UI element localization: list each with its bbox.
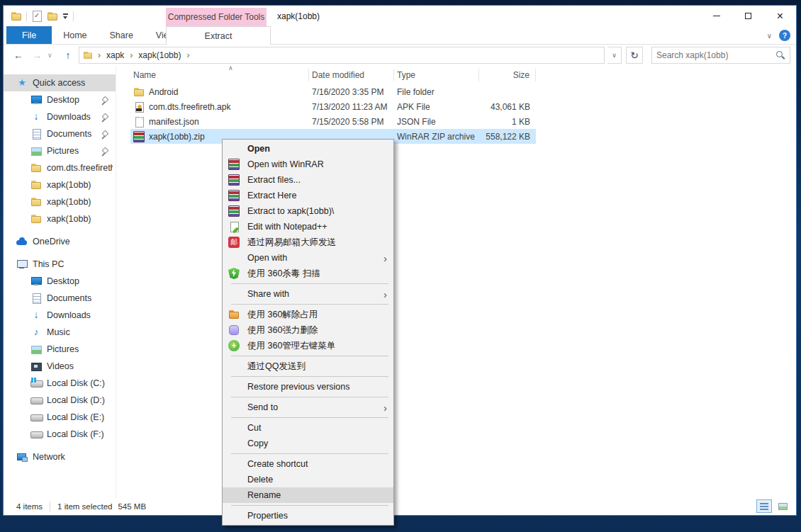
sidebar-item-folder-xapk-1obb[interactable]: xapk(1obb) xyxy=(4,176,116,193)
sidebar-item-this-pc[interactable]: This PC xyxy=(4,256,116,273)
menu-item-unlock-with-360[interactable]: 使用 360解除占用 xyxy=(223,307,393,322)
search-box[interactable] xyxy=(651,47,790,64)
sidebar-item-documents[interactable]: Documents xyxy=(4,290,116,307)
menu-item-send-to[interactable]: Send to› xyxy=(223,400,393,415)
tab-share[interactable]: Share xyxy=(99,26,145,44)
menu-item-send-via-netease-mail[interactable]: 邮通过网易邮箱大师发送 xyxy=(223,234,393,250)
minimize-button[interactable] xyxy=(700,6,732,26)
status-bar: 4 items 1 item selected 545 MB xyxy=(4,498,796,515)
file-row[interactable]: Android7/16/2020 3:35 PMFile folder xyxy=(130,84,536,99)
sidebar-item-folder-xapk-1obb[interactable]: xapk(1obb) xyxy=(4,193,116,210)
qat-customize-icon[interactable] xyxy=(62,13,69,20)
sidebar-item-local-disk-d[interactable]: Local Disk (D:) xyxy=(4,392,116,409)
sidebar-item-folder-xapk-1obb[interactable]: xapk(1obb) xyxy=(4,210,116,227)
help-icon[interactable]: ? xyxy=(779,30,790,41)
menu-item-restore-previous-versions[interactable]: Restore previous versions xyxy=(223,379,393,395)
menu-item-rename[interactable]: Rename xyxy=(223,487,393,503)
disk-drive-icon xyxy=(30,412,42,423)
menu-item-label: Cut xyxy=(247,423,261,433)
sidebar-item-local-disk-f[interactable]: Local Disk (F:) xyxy=(4,426,116,443)
sidebar-item-label: Quick access xyxy=(33,78,85,88)
sidebar-item-folder-com-dts-freefireth[interactable]: com.dts.freefireth xyxy=(4,159,116,176)
submenu-chevron-icon: › xyxy=(383,253,387,264)
details-view-button[interactable] xyxy=(756,499,772,513)
menu-item-force-delete-with-360[interactable]: 使用 360强力删除 xyxy=(223,322,393,338)
desktop-icon xyxy=(30,94,42,106)
column-header-type[interactable]: Type xyxy=(394,69,479,81)
sidebar-item-desktop[interactable]: Desktop xyxy=(4,91,116,108)
qat-properties-icon[interactable] xyxy=(31,11,43,22)
qat-new-folder-icon[interactable] xyxy=(47,11,58,22)
menu-item-open[interactable]: Open xyxy=(223,141,393,157)
address-dropdown-chevron-icon[interactable]: ∨ xyxy=(607,47,622,64)
menu-item-open-with-winrar[interactable]: Open with WinRAR xyxy=(223,157,393,172)
sidebar-item-desktop[interactable]: Desktop xyxy=(4,273,116,290)
menu-item-label: Open with WinRAR xyxy=(247,159,324,169)
sidebar-item-label: OneDrive xyxy=(33,237,70,247)
window-title: xapk(1obb) xyxy=(277,6,320,26)
sidebar-item-downloads[interactable]: ↓Downloads xyxy=(4,307,116,324)
sidebar-item-label: Music xyxy=(47,327,70,337)
menu-item-open-with[interactable]: Open with› xyxy=(223,250,393,266)
menu-item-copy[interactable]: Copy xyxy=(223,436,393,451)
maximize-button[interactable] xyxy=(732,6,764,26)
sidebar-item-pictures[interactable]: Pictures xyxy=(4,341,116,358)
sidebar-item-label: Downloads xyxy=(47,310,91,320)
breadcrumb-chevron-icon: › xyxy=(127,50,135,60)
thumbnails-view-button[interactable] xyxy=(775,499,790,513)
forward-icon[interactable]: → xyxy=(29,47,45,63)
column-header-name[interactable]: Name xyxy=(130,69,309,81)
sidebar-item-videos[interactable]: Videos xyxy=(4,358,116,375)
onedrive-cloud-icon xyxy=(16,236,28,247)
menu-item-edit-with-notepadpp[interactable]: Edit with Notepad++ xyxy=(223,219,393,234)
sidebar-item-local-disk-c[interactable]: Local Disk (C:) xyxy=(4,375,116,392)
winrar-icon xyxy=(228,174,240,186)
file-row[interactable]: manifest.json7/15/2020 5:58 PMJSON File1… xyxy=(130,114,536,129)
sidebar-item-onedrive[interactable]: OneDrive xyxy=(4,233,116,250)
menu-item-scan-with-360[interactable]: 使用 360杀毒 扫描 xyxy=(223,266,393,281)
tab-extract[interactable]: Extract xyxy=(166,26,271,45)
recent-locations-chevron-icon[interactable]: ∨ xyxy=(47,52,57,59)
breadcrumb[interactable]: › xapk › xapk(1obb) › xyxy=(79,47,605,64)
menu-item-manage-context-menu-360[interactable]: +使用 360管理右键菜单 xyxy=(223,338,393,353)
menu-item-delete[interactable]: Delete xyxy=(223,472,393,487)
sidebar-item-music[interactable]: ♪Music xyxy=(4,324,116,341)
file-row[interactable]: com.dts.freefireth.apk7/13/2020 11:23 AM… xyxy=(130,99,536,114)
sidebar-item-quick-access[interactable]: ★Quick access xyxy=(4,74,116,91)
menu-item-extract-to-folder[interactable]: Extract to xapk(1obb)\ xyxy=(223,203,393,219)
up-icon[interactable]: ↑ xyxy=(60,47,76,63)
download-arrow-icon: ↓ xyxy=(30,310,42,321)
menu-item-label: Edit with Notepad++ xyxy=(247,222,327,232)
search-icon[interactable] xyxy=(775,50,785,60)
column-header-size[interactable]: Size xyxy=(479,69,536,81)
menu-item-extract-files[interactable]: Extract files... xyxy=(223,172,393,188)
column-headers: ∧ Name Date modified Type Size xyxy=(130,66,796,84)
chevron-down-icon[interactable]: ∨ xyxy=(767,32,772,40)
sidebar-item-pictures[interactable]: Pictures xyxy=(4,142,116,159)
breadcrumb-segment[interactable]: xapk(1obb) xyxy=(137,50,182,60)
close-button[interactable]: × xyxy=(764,6,796,26)
sidebar-item-documents[interactable]: Documents xyxy=(4,125,116,142)
menu-item-create-shortcut[interactable]: Create shortcut xyxy=(223,456,393,472)
sidebar-item-downloads[interactable]: ↓Downloads xyxy=(4,108,116,125)
menu-item-extract-here[interactable]: Extract Here xyxy=(223,188,393,203)
winrar-icon xyxy=(133,131,145,142)
tab-file[interactable]: File xyxy=(6,26,52,44)
menu-item-share-with[interactable]: Share with› xyxy=(223,286,393,302)
menu-item-label: Extract Here xyxy=(247,191,296,200)
tab-home[interactable]: Home xyxy=(52,26,98,44)
column-header-date-modified[interactable]: Date modified xyxy=(309,69,394,81)
back-icon[interactable]: ← xyxy=(11,47,26,63)
qat-folder-icon[interactable] xyxy=(11,11,22,22)
qat-divider xyxy=(26,11,27,21)
sidebar-item-label: Documents xyxy=(47,129,91,139)
menu-item-send-via-qq[interactable]: 通过QQ发送到 xyxy=(223,358,393,374)
refresh-icon[interactable]: ↻ xyxy=(626,47,643,64)
notepadpp-icon xyxy=(228,221,240,232)
menu-item-properties[interactable]: Properties xyxy=(223,508,393,523)
search-input[interactable] xyxy=(656,50,771,60)
sidebar-item-local-disk-e[interactable]: Local Disk (E:) xyxy=(4,409,116,426)
menu-item-cut[interactable]: Cut xyxy=(223,420,393,436)
sidebar-item-network[interactable]: Network xyxy=(4,448,116,465)
breadcrumb-segment[interactable]: xapk xyxy=(105,50,125,60)
